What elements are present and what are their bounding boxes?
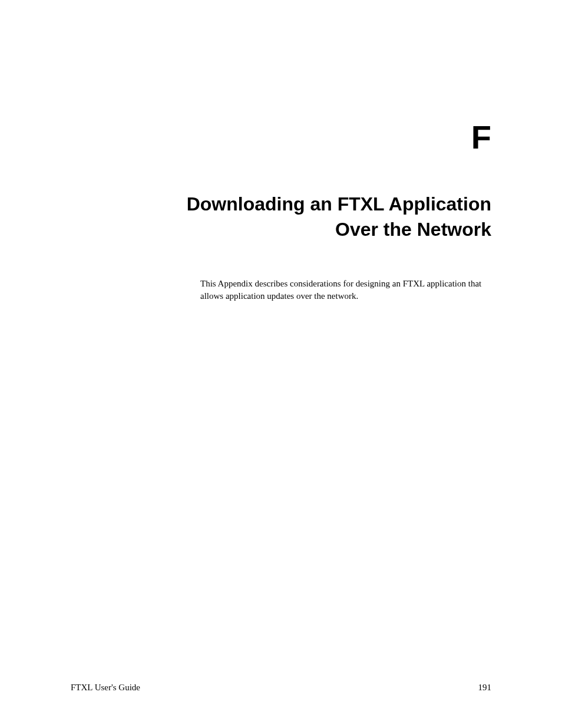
page-footer: FTXL User's Guide 191 [71,683,491,693]
appendix-description: This Appendix describes considerations f… [200,278,485,302]
page-title: Downloading an FTXL Application Over the… [71,192,491,242]
appendix-letter: F [71,118,491,156]
footer-page-number: 191 [478,683,492,693]
footer-document-title: FTXL User's Guide [71,683,140,693]
title-line-1: Downloading an FTXL Application [187,193,491,215]
title-line-2: Over the Network [335,219,491,240]
page-container: F Downloading an FTXL Application Over t… [0,0,562,728]
